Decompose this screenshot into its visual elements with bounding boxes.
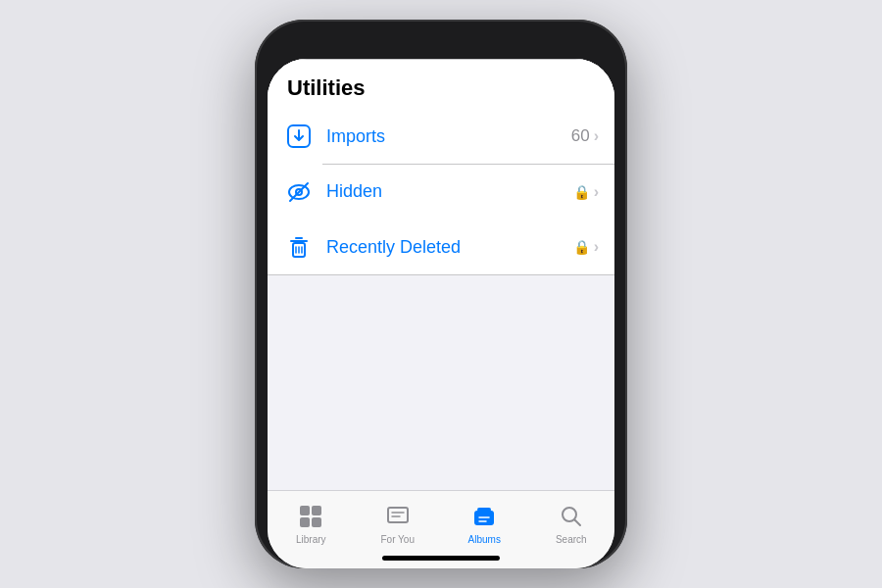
for-you-tab-label: For You xyxy=(381,534,415,545)
phone-frame: Utilities Imports 60 › xyxy=(255,20,627,568)
imports-chevron: › xyxy=(594,127,599,145)
imports-count: 60 xyxy=(571,126,590,146)
hidden-label: Hidden xyxy=(326,181,573,202)
tab-library[interactable]: Library xyxy=(268,499,355,545)
library-tab-label: Library xyxy=(296,534,326,545)
list-item-imports[interactable]: Imports 60 › xyxy=(268,109,614,164)
hidden-chevron: › xyxy=(594,183,599,201)
tab-for-you[interactable]: For You xyxy=(355,499,442,545)
search-tab-label: Search xyxy=(556,534,587,545)
for-you-tab-icon xyxy=(384,503,412,530)
list-item-hidden[interactable]: Hidden 🔒 › xyxy=(268,165,614,220)
search-tab-icon xyxy=(558,503,585,530)
list-item-recently-deleted[interactable]: Recently Deleted 🔒 › xyxy=(268,220,614,274)
imports-right: 60 › xyxy=(571,126,599,146)
albums-tab-icon xyxy=(470,503,498,530)
content-area: Utilities Imports 60 › xyxy=(268,59,614,490)
tab-albums[interactable]: Albums xyxy=(441,499,528,545)
library-tab-icon xyxy=(297,503,324,530)
recently-deleted-label: Recently Deleted xyxy=(326,237,573,258)
svg-rect-18 xyxy=(477,508,491,512)
recently-deleted-lock-icon: 🔒 xyxy=(573,239,590,255)
svg-rect-13 xyxy=(312,517,321,527)
svg-rect-14 xyxy=(388,508,408,522)
hidden-icon xyxy=(283,176,315,208)
home-indicator xyxy=(382,556,500,561)
utilities-heading: Utilities xyxy=(268,60,614,109)
utilities-section: Utilities Imports 60 › xyxy=(268,59,614,275)
recently-deleted-chevron: › xyxy=(594,238,599,256)
recently-deleted-icon xyxy=(283,231,315,263)
recently-deleted-right: 🔒 › xyxy=(573,238,599,256)
svg-rect-12 xyxy=(300,517,310,527)
hidden-right: 🔒 › xyxy=(573,183,599,201)
svg-rect-11 xyxy=(312,506,321,515)
imports-icon xyxy=(283,121,315,152)
bottom-divider xyxy=(268,274,614,275)
albums-tab-label: Albums xyxy=(468,534,501,545)
svg-line-20 xyxy=(574,520,580,526)
hidden-lock-icon: 🔒 xyxy=(573,184,590,200)
phone-screen: Utilities Imports 60 › xyxy=(268,59,614,568)
svg-rect-10 xyxy=(300,506,310,515)
tab-search[interactable]: Search xyxy=(528,499,615,545)
imports-label: Imports xyxy=(326,126,571,147)
